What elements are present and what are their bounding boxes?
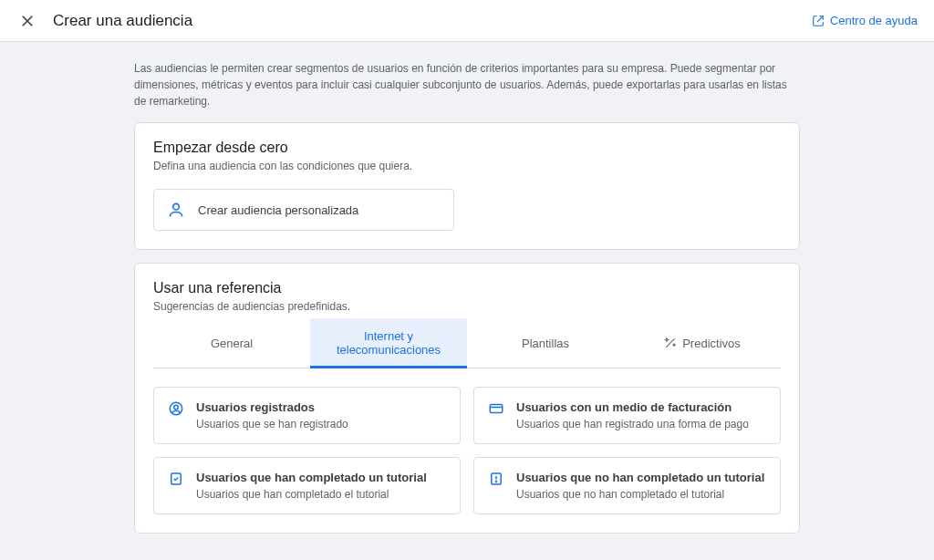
- card-billing-users[interactable]: Usuarios con un medio de facturación Usu…: [473, 387, 781, 444]
- help-center-label: Centro de ayuda: [830, 14, 918, 27]
- panel-reference-head: Usar una referencia Sugerencias de audie…: [135, 264, 799, 318]
- panel-from-scratch-subtitle: Defina una audiencia con las condiciones…: [153, 160, 781, 172]
- card-billing-users-title: Usuarios con un medio de facturación: [516, 400, 749, 414]
- tab-predictive-label: Predictivos: [682, 337, 741, 350]
- panel-reference-subtitle: Sugerencias de audiencias predefinidas.: [153, 300, 781, 313]
- assignment-alert-icon: [487, 471, 505, 501]
- card-billing-users-sub: Usuarios que han registrado una forma de…: [516, 418, 749, 430]
- tab-predictive[interactable]: Predictivos: [624, 318, 781, 368]
- content: Las audiencias le permiten crear segment…: [134, 42, 800, 560]
- panel-reference-title: Usar una referencia: [153, 280, 781, 296]
- card-registered-users[interactable]: Usuarios registrados Usuarios que se han…: [153, 387, 461, 444]
- card-completed-tutorial-sub: Usuarios que han completado el tutorial: [196, 488, 427, 501]
- close-icon: [19, 13, 36, 29]
- credit-card-icon: [487, 400, 505, 430]
- sparkle-wand-icon: [664, 337, 677, 349]
- tab-general-label: General: [211, 337, 253, 350]
- panel-from-scratch: Empezar desde cero Defina una audiencia …: [134, 122, 800, 250]
- tab-templates-label: Plantillas: [522, 337, 569, 350]
- svg-point-6: [495, 481, 496, 482]
- external-link-icon: [812, 15, 825, 27]
- card-registered-users-title: Usuarios registrados: [196, 400, 348, 414]
- header: Crear una audiencia Centro de ayuda: [0, 0, 934, 42]
- user-badge-icon: [167, 400, 185, 430]
- card-grid: Usuarios registrados Usuarios que se han…: [135, 368, 799, 533]
- card-not-completed-tutorial-sub: Usuarios que no han completado el tutori…: [516, 488, 764, 501]
- card-completed-tutorial-title: Usuarios que han completado un tutorial: [196, 471, 427, 484]
- tab-internet-telecom[interactable]: Internet y telecomunicaciones: [310, 318, 467, 368]
- svg-point-0: [173, 203, 180, 210]
- card-registered-users-sub: Usuarios que se han registrado: [196, 418, 348, 430]
- tab-templates[interactable]: Plantillas: [467, 318, 624, 368]
- create-custom-audience-label: Crear audiencia personalizada: [198, 203, 358, 217]
- panel-from-scratch-title: Empezar desde cero: [153, 140, 781, 156]
- person-outline-icon: [167, 201, 185, 219]
- tabs: General Internet y telecomunicaciones Pl…: [153, 318, 781, 368]
- card-completed-tutorial[interactable]: Usuarios que han completado un tutorial …: [153, 457, 461, 514]
- create-custom-audience-card[interactable]: Crear audiencia personalizada: [153, 189, 454, 231]
- card-not-completed-tutorial-title: Usuarios que no han completado un tutori…: [516, 471, 764, 484]
- panel-from-scratch-body: Crear audiencia personalizada: [135, 178, 799, 249]
- assignment-check-icon: [167, 471, 185, 501]
- panel-from-scratch-head: Empezar desde cero Defina una audiencia …: [135, 123, 799, 178]
- panel-reference: Usar una referencia Sugerencias de audie…: [134, 263, 800, 534]
- tab-general[interactable]: General: [153, 318, 310, 368]
- svg-rect-3: [490, 405, 503, 413]
- help-center-link[interactable]: Centro de ayuda: [812, 14, 918, 27]
- svg-point-2: [174, 405, 179, 410]
- card-not-completed-tutorial[interactable]: Usuarios que no han completado un tutori…: [473, 457, 781, 514]
- intro-text: Las audiencias le permiten crear segment…: [134, 60, 800, 109]
- close-button[interactable]: [16, 10, 38, 32]
- tab-internet-telecom-label: Internet y telecomunicaciones: [317, 329, 460, 357]
- page-title: Crear una audiencia: [53, 12, 812, 30]
